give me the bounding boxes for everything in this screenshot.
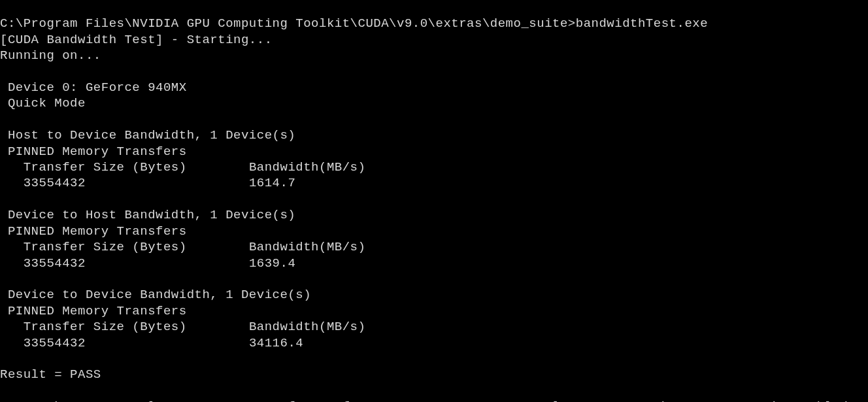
section-header: Transfer Size (Bytes) Bandwidth(MB/s): [0, 240, 365, 254]
section-header: Transfer Size (Bytes) Bandwidth(MB/s): [0, 320, 365, 334]
blank-line: [0, 192, 8, 207]
mode-line: Quick Mode: [0, 96, 86, 110]
col-header-size: Transfer Size (Bytes): [0, 240, 187, 254]
section-values: 33554432 1614.7: [0, 176, 295, 190]
section-title: Host to Device Bandwidth, 1 Device(s): [0, 128, 295, 142]
col-header-bw: Bandwidth(MB/s): [249, 240, 366, 254]
col-header-bw: Bandwidth(MB/s): [249, 320, 366, 334]
cwd: C:\Program Files\NVIDIA GPU Computing To…: [0, 16, 568, 31]
col-value-bw: 1614.7: [249, 176, 295, 190]
device-line: Device 0: GeForce 940MX: [0, 80, 187, 95]
blank-line: [0, 112, 8, 127]
section-mem: PINNED Memory Transfers: [0, 144, 187, 159]
prompt-line: C:\Program Files\NVIDIA GPU Computing To…: [0, 16, 708, 31]
title-line: [CUDA Bandwidth Test] - Starting...: [0, 33, 273, 47]
col-header-size: Transfer Size (Bytes): [0, 320, 187, 334]
section-title: Device to Device Bandwidth, 1 Device(s): [0, 288, 311, 302]
section-mem: PINNED Memory Transfers: [0, 224, 187, 239]
col-header-size: Transfer Size (Bytes): [0, 160, 187, 175]
col-value-size: 33554432: [0, 256, 86, 271]
col-value-bw: 1639.4: [249, 256, 295, 271]
section-title: Device to Host Bandwidth, 1 Device(s): [0, 208, 295, 222]
section-mem: PINNED Memory Transfers: [0, 304, 187, 318]
section-values: 33554432 34116.4: [0, 336, 303, 350]
col-header-bw: Bandwidth(MB/s): [249, 160, 366, 175]
blank-line: [0, 352, 8, 366]
col-value-bw: 34116.4: [249, 336, 303, 350]
section-values: 33554432 1639.4: [0, 256, 295, 271]
terminal-output[interactable]: C:\Program Files\NVIDIA GPU Computing To…: [0, 0, 868, 402]
blank-line: [0, 384, 8, 398]
result-line: Result = PASS: [0, 367, 101, 382]
command: bandwidthTest.exe: [576, 16, 708, 31]
col-value-size: 33554432: [0, 336, 86, 350]
note-line: NOTE: The CUDA Samples are not meant for…: [0, 399, 856, 402]
blank-line: [0, 272, 8, 286]
col-value-size: 33554432: [0, 176, 86, 190]
blank-line: [0, 65, 8, 79]
running-line: Running on...: [0, 48, 101, 63]
section-header: Transfer Size (Bytes) Bandwidth(MB/s): [0, 160, 365, 175]
